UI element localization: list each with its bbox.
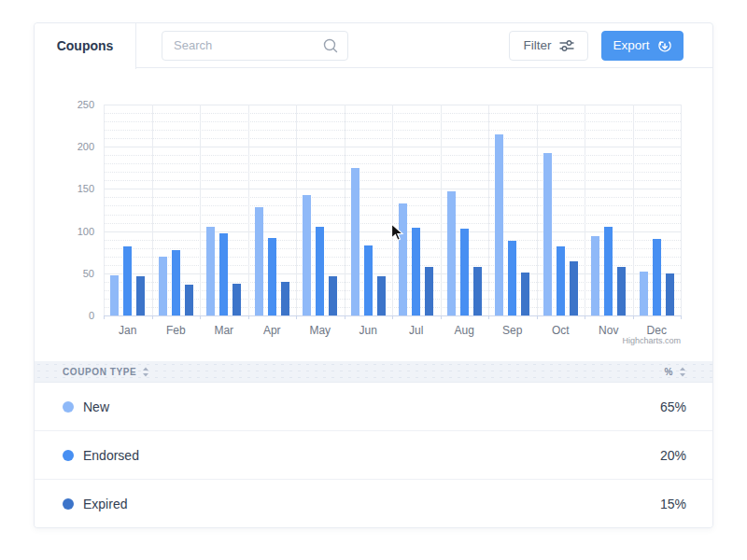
column-gridline <box>633 105 634 315</box>
bar-expired-apr[interactable] <box>281 282 289 315</box>
column-gridline <box>488 105 489 315</box>
x-axis-label: Mar <box>200 324 248 337</box>
bar-new-sep[interactable] <box>495 134 503 315</box>
x-axis-label: Aug <box>441 324 489 337</box>
x-axis-label: Feb <box>152 324 201 337</box>
bar-new-feb[interactable] <box>159 257 167 315</box>
export-button[interactable]: Export <box>601 31 684 61</box>
bar-new-dec[interactable] <box>640 272 648 315</box>
bar-new-nov[interactable] <box>591 236 599 315</box>
bar-new-aug[interactable] <box>447 191 456 315</box>
search-input[interactable] <box>162 31 348 61</box>
bar-expired-aug[interactable] <box>473 267 482 315</box>
bar-new-mar[interactable] <box>206 227 215 315</box>
table-row-endorsed: Endorsed20% <box>35 431 712 480</box>
bar-endorsed-may[interactable] <box>316 227 324 315</box>
x-axis-label: Jan <box>104 324 152 337</box>
coupons-card: Coupons Filter Export <box>34 22 713 528</box>
x-axis-label: May <box>296 324 345 337</box>
bar-endorsed-aug[interactable] <box>460 229 469 315</box>
bar-expired-dec[interactable] <box>666 273 674 315</box>
x-axis-label: Jun <box>345 324 393 337</box>
column-gridline <box>345 105 345 315</box>
coupon-type-percent: 65% <box>660 399 686 414</box>
coupon-type-header-label: COUPON TYPE <box>63 367 136 377</box>
column-gridline <box>585 105 585 315</box>
coupon-type-label: Endorsed <box>83 448 139 463</box>
bar-expired-jan[interactable] <box>136 276 145 315</box>
filter-button-label: Filter <box>524 38 552 52</box>
bar-endorsed-dec[interactable] <box>653 239 661 315</box>
export-button-label: Export <box>613 38 649 52</box>
column-gridline <box>441 105 442 315</box>
tab-coupons[interactable]: Coupons <box>35 23 136 69</box>
y-axis-label: 0 <box>38 309 94 322</box>
table-body: New65%Endorsed20%Expired15% <box>35 383 712 527</box>
search-icon <box>322 37 339 54</box>
x-axis-label: Jul <box>392 324 441 337</box>
y-axis-label: 150 <box>38 182 94 195</box>
bar-endorsed-sep[interactable] <box>508 241 516 315</box>
column-header-coupon-type[interactable]: COUPON TYPE <box>63 367 149 377</box>
bar-endorsed-jun[interactable] <box>364 245 373 315</box>
bar-expired-sep[interactable] <box>521 273 529 315</box>
coupon-type-table: COUPON TYPE % New65%Endorsed20%Expired15… <box>35 361 712 527</box>
sort-icon <box>679 367 686 377</box>
column-gridline <box>392 105 393 315</box>
bar-endorsed-mar[interactable] <box>219 233 228 315</box>
bar-expired-oct[interactable] <box>570 261 578 315</box>
bar-endorsed-apr[interactable] <box>268 238 276 315</box>
bar-endorsed-feb[interactable] <box>172 250 180 315</box>
coupon-type-percent: 20% <box>660 448 686 463</box>
bar-endorsed-jan[interactable] <box>123 246 132 315</box>
bar-endorsed-oct[interactable] <box>557 246 565 315</box>
bar-new-apr[interactable] <box>255 207 263 315</box>
percent-header-label: % <box>665 367 674 377</box>
bar-expired-feb[interactable] <box>185 285 193 315</box>
bar-new-jan[interactable] <box>110 275 119 315</box>
bar-expired-may[interactable] <box>329 276 337 315</box>
filter-button[interactable]: Filter <box>509 31 588 61</box>
x-axis-label: Oct <box>537 324 585 337</box>
tab-coupons-label: Coupons <box>57 38 114 53</box>
column-header-percent[interactable]: % <box>665 367 687 377</box>
x-axis-label: Nov <box>585 324 633 337</box>
table-row-expired: Expired15% <box>35 480 712 527</box>
bar-endorsed-nov[interactable] <box>604 227 613 315</box>
toolbar: Coupons Filter Export <box>35 23 712 68</box>
column-gridline <box>104 105 105 315</box>
bar-new-jul[interactable] <box>399 203 407 315</box>
x-axis-line <box>104 315 682 316</box>
y-axis-label: 250 <box>38 98 94 111</box>
column-gridline <box>537 105 538 315</box>
x-axis-label: Apr <box>248 324 297 337</box>
column-gridline <box>200 105 201 315</box>
legend-dot-new <box>63 401 74 413</box>
export-download-icon <box>657 38 672 53</box>
bar-new-oct[interactable] <box>543 153 552 315</box>
coupon-type-percent: 15% <box>660 497 686 511</box>
x-axis-label: Dec <box>633 324 682 337</box>
table-header-row: COUPON TYPE % <box>35 361 712 383</box>
bar-new-may[interactable] <box>303 195 311 315</box>
bar-expired-mar[interactable] <box>233 284 241 315</box>
bar-endorsed-jul[interactable] <box>412 228 420 315</box>
y-axis-label: 200 <box>38 140 94 153</box>
x-axis-label: Sep <box>488 324 537 337</box>
sort-icon <box>142 367 149 377</box>
y-axis-label: 100 <box>38 225 94 238</box>
column-gridline <box>296 105 297 315</box>
column-gridline <box>681 105 682 315</box>
highcharts-credit[interactable]: Highcharts.com <box>104 336 681 345</box>
coupon-type-label: Expired <box>83 497 127 511</box>
sliders-icon <box>559 39 574 52</box>
bar-expired-nov[interactable] <box>617 267 626 315</box>
bar-expired-jun[interactable] <box>377 276 386 315</box>
bar-expired-jul[interactable] <box>425 267 433 315</box>
table-row-new: New65% <box>35 383 712 431</box>
y-axis-label: 50 <box>38 267 94 280</box>
bar-new-jun[interactable] <box>351 168 359 315</box>
column-gridline <box>248 105 249 315</box>
coupon-type-label: New <box>83 399 109 414</box>
coupons-bar-chart: 050100150200250JanFebMarAprMayJunJulAugS… <box>35 68 712 361</box>
